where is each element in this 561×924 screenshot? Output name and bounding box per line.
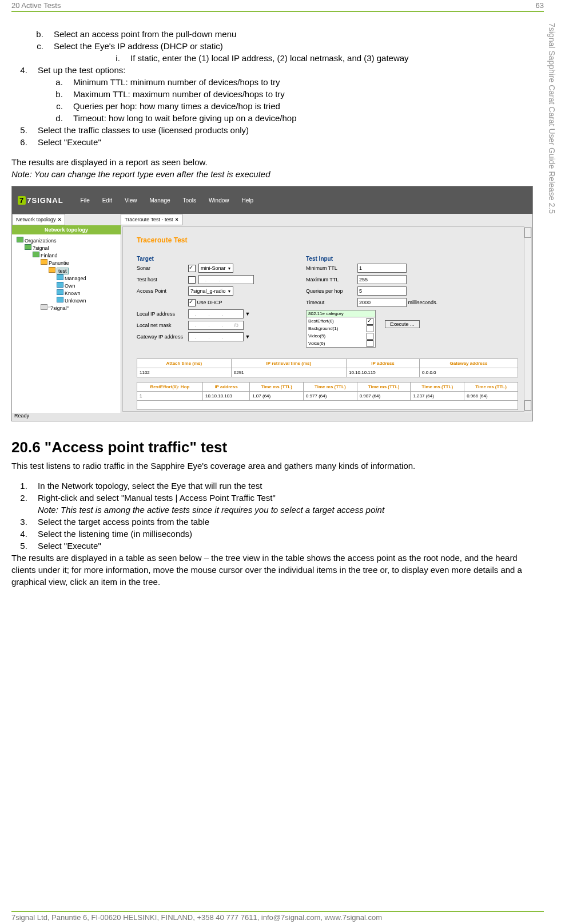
category-row[interactable]: Background(1) <box>307 325 375 332</box>
scrollbar[interactable] <box>524 227 532 411</box>
col-header[interactable]: IP address <box>346 359 419 368</box>
scroll-arrow-up-icon[interactable] <box>524 228 531 238</box>
list-item: Select the target access points from the… <box>30 516 544 528</box>
tree-node[interactable]: Managed <box>57 274 118 282</box>
paragraph-block: The results are displayed in a report as… <box>11 156 544 180</box>
scroll-arrow-down-icon[interactable] <box>524 400 531 411</box>
col-header[interactable]: Time ms (TTL) <box>303 383 357 392</box>
note-paragraph: Note: You can change the report type eve… <box>11 168 544 180</box>
menu-window[interactable]: Window <box>209 197 229 204</box>
tab-network-topology[interactable]: Network topology× <box>12 214 65 225</box>
cell: 1.07 (64) <box>250 392 304 401</box>
app-titlebar: 77SIGNAL File Edit View Manage Tools Win… <box>12 186 532 214</box>
tree-label: Panuntie <box>49 260 69 266</box>
menu-help[interactable]: Help <box>242 197 254 204</box>
sonar-checkbox[interactable] <box>188 265 196 272</box>
close-icon[interactable]: × <box>58 217 61 222</box>
max-ttl-input[interactable]: 255 <box>357 275 407 284</box>
menu-manage[interactable]: Manage <box>149 197 170 204</box>
category-row[interactable]: Video(5) <box>307 332 375 340</box>
app-menu-bar: File Edit View Manage Tools Window Help <box>81 197 254 204</box>
tree-label: "7signal" <box>49 305 69 311</box>
min-ttl-input[interactable]: 1 <box>357 264 407 273</box>
queries-input[interactable]: 5 <box>357 286 407 296</box>
tree-node-selected[interactable]: test <box>49 267 118 274</box>
category-row[interactable]: Voice(6) <box>307 340 375 347</box>
category-row[interactable]: BestEffort(0) <box>307 317 375 325</box>
localip-input[interactable]: ... <box>188 309 244 318</box>
paragraph: This test listens to radio traffic in th… <box>11 460 544 472</box>
group-icon <box>41 304 47 310</box>
form-title: Traceroute Test <box>137 236 524 244</box>
page-header: 20 Active Tests 63 <box>11 0 544 12</box>
list-item: Maximum TTL: maximum number of devices/h… <box>65 88 544 100</box>
app-tab-row: Network topology× Traceroute Test - test… <box>12 214 532 226</box>
table-row[interactable]: 1 10.10.10.103 1.07 (64) 0.977 (64) 0.98… <box>137 392 518 401</box>
tree-node[interactable]: Finland <box>33 252 118 259</box>
close-icon[interactable]: × <box>176 217 178 222</box>
tree-label: 7signal <box>33 245 49 251</box>
tree-node[interactable]: Panuntie <box>41 259 118 266</box>
chevron-down-icon[interactable]: ▼ <box>245 334 250 340</box>
cat-checkbox[interactable] <box>367 340 373 347</box>
list-item-note: Note: This test is among the active test… <box>38 505 384 515</box>
col-header[interactable]: BestEffort(0): Hop <box>137 383 203 392</box>
gateway-input[interactable]: ... <box>188 332 244 341</box>
tree-node-organizations[interactable]: Organizations <box>17 237 118 244</box>
tree-node[interactable]: Own <box>57 282 118 289</box>
table-header-row: BestEffort(0): Hop IP address Time ms (T… <box>137 383 518 392</box>
cat-checkbox[interactable] <box>367 318 373 325</box>
chevron-down-icon[interactable]: ▼ <box>245 311 250 317</box>
tree-node[interactable]: Known <box>57 289 118 297</box>
site-icon <box>41 259 47 265</box>
testhost-checkbox[interactable] <box>188 276 196 284</box>
sublist-4: Minimum TTL: minimum number of devices/h… <box>65 76 544 124</box>
tree-label: Known <box>65 290 81 296</box>
col-header[interactable]: Time ms (TTL) <box>411 383 464 392</box>
col-header[interactable]: Time ms (TTL) <box>357 383 411 392</box>
max-ttl-label: Maximum TTL <box>306 277 357 282</box>
menu-tools[interactable]: Tools <box>183 197 196 204</box>
list-item: Right-click and select "Manual tests | A… <box>30 492 544 516</box>
logo-text: 7SIGNAL <box>27 196 63 205</box>
tree-node[interactable]: 7signal <box>25 244 118 252</box>
col-header[interactable]: Gateway address <box>420 359 518 368</box>
cat-checkbox[interactable] <box>367 325 373 332</box>
netmask-input[interactable]: .../0 <box>188 321 244 330</box>
timeout-input[interactable]: 2000 <box>357 298 407 307</box>
col-header[interactable]: IP address <box>202 383 249 392</box>
ap-select[interactable]: 7signal_g-radio▼ <box>188 286 233 296</box>
tree-label: Managed <box>65 276 86 281</box>
table-row[interactable]: 1102 6291 10.10.10.115 0.0.0.0 <box>137 368 518 377</box>
cat-checkbox[interactable] <box>367 333 373 340</box>
list-item: If static, enter the (1) local IP addres… <box>122 52 544 64</box>
menu-file[interactable]: File <box>81 197 90 204</box>
testhost-label: Test host <box>137 277 188 282</box>
sonar-select[interactable]: mini-Sonar▼ <box>198 264 233 273</box>
menu-edit[interactable]: Edit <box>102 197 112 204</box>
testhost-ip-input[interactable]: ... <box>198 275 254 284</box>
header-left: 20 Active Tests <box>11 1 61 10</box>
chevron-down-icon: ▼ <box>228 266 232 270</box>
tree-node[interactable]: "7signal" <box>41 304 118 312</box>
timeout-unit: milliseconds. <box>408 300 438 305</box>
tab-label: Traceroute Test - test <box>125 217 173 222</box>
cell: 1102 <box>137 368 232 377</box>
tree-label: Own <box>65 283 75 289</box>
execute-button[interactable]: Execute ... <box>385 320 420 328</box>
col-header[interactable]: Attach time (ms) <box>137 359 232 368</box>
main-list-continued: Set up the test options: Minimum TTL: mi… <box>30 64 544 148</box>
summary-table: Attach time (ms) IP retrieval time (ms) … <box>137 359 518 377</box>
tree-node[interactable]: Unknown <box>57 297 118 304</box>
cell: 1 <box>137 392 203 401</box>
cell: 0.987 (64) <box>357 392 411 401</box>
hops-table: BestEffort(0): Hop IP address Time ms (T… <box>137 382 518 410</box>
dhcp-checkbox[interactable] <box>188 299 196 306</box>
tab-traceroute-test[interactable]: Traceroute Test - test× <box>121 214 182 225</box>
menu-view[interactable]: View <box>125 197 137 204</box>
topology-tree[interactable]: Organizations 7signal Finland Panuntie t… <box>12 234 121 314</box>
col-header[interactable]: IP retrieval time (ms) <box>231 359 346 368</box>
col-header[interactable]: Time ms (TTL) <box>250 383 304 392</box>
sublist-roman: If static, enter the (1) local IP addres… <box>122 52 544 64</box>
col-header[interactable]: Time ms (TTL) <box>464 383 518 392</box>
